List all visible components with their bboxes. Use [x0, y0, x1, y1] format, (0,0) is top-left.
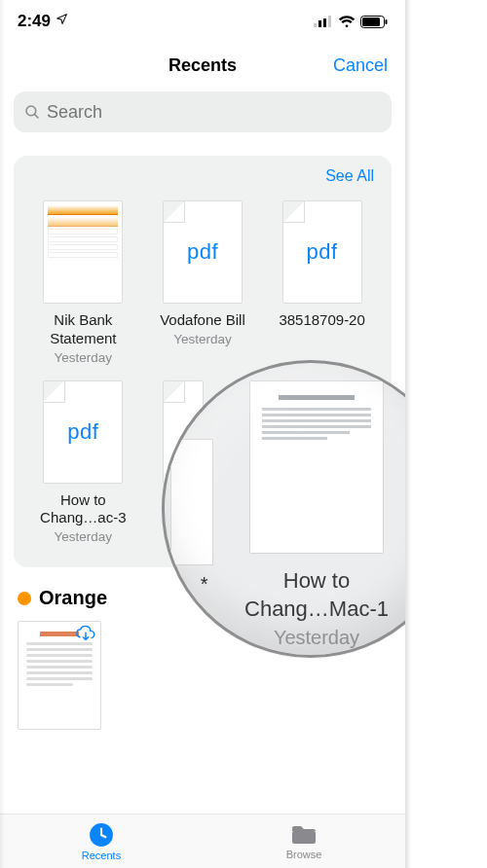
search-input[interactable] — [47, 102, 382, 123]
file-thumbnail-icon — [43, 200, 123, 304]
file-date: Yesterday — [274, 627, 359, 649]
file-thumbnail-icon: pdf — [163, 200, 243, 304]
tab-recents[interactable]: Recents — [0, 814, 203, 868]
svg-rect-10 — [292, 831, 316, 844]
file-item[interactable]: pdf How to Chang…ac-3 Yesterday — [23, 375, 143, 555]
svg-rect-6 — [386, 19, 388, 24]
tag-label: Orange — [39, 587, 107, 609]
tab-browse[interactable]: Browse — [203, 814, 405, 868]
cloud-download-icon — [75, 626, 96, 643]
file-thumbnail-icon — [249, 380, 384, 554]
svg-rect-0 — [314, 23, 317, 27]
file-item[interactable]: pdf 38518709-20 — [262, 195, 382, 375]
file-date: Yesterday — [173, 332, 232, 346]
battery-icon — [360, 16, 388, 28]
status-time-text: 2:49 — [18, 12, 51, 30]
wifi-icon — [338, 16, 356, 28]
folder-icon — [290, 823, 318, 847]
location-icon — [56, 13, 68, 25]
file-name: How toChang…Mac-1 — [244, 567, 389, 623]
svg-rect-2 — [323, 18, 326, 27]
file-date: Yesterday — [55, 529, 113, 544]
file-thumbnail-icon: pdf — [43, 380, 123, 484]
file-item[interactable]: Nik Bank Statement Yesterday — [23, 195, 143, 375]
status-time: 2:49 — [18, 12, 68, 31]
file-date: Yesterday — [55, 350, 113, 365]
cancel-button[interactable]: Cancel — [333, 55, 388, 76]
file-name: 38518709-20 — [279, 311, 364, 330]
tab-label: Browse — [286, 849, 322, 860]
tag-dot-icon — [18, 592, 31, 605]
search-field[interactable] — [14, 91, 392, 132]
svg-rect-1 — [318, 20, 321, 27]
cellular-icon — [314, 16, 333, 27]
file-name: Nik Bank Statement — [29, 311, 136, 348]
file-item[interactable]: pdf Vodafone Bill Yesterday — [143, 195, 263, 375]
svg-rect-3 — [328, 16, 331, 27]
file-name: How to Chang…ac-3 — [29, 491, 136, 528]
file-name: Vodafone Bill — [160, 311, 245, 330]
page-title: Recents — [169, 55, 237, 76]
file-item[interactable] — [18, 621, 101, 730]
status-bar: 2:49 — [0, 0, 405, 43]
svg-line-8 — [34, 114, 38, 118]
clock-icon — [89, 822, 114, 848]
tab-label: Recents — [82, 850, 121, 861]
svg-rect-5 — [362, 18, 380, 26]
tab-bar: Recents Browse — [0, 814, 405, 868]
file-thumbnail-icon: pdf — [282, 200, 362, 304]
nav-bar: Recents Cancel — [0, 43, 405, 88]
see-all-link[interactable]: See All — [23, 167, 382, 195]
search-icon — [23, 103, 41, 121]
